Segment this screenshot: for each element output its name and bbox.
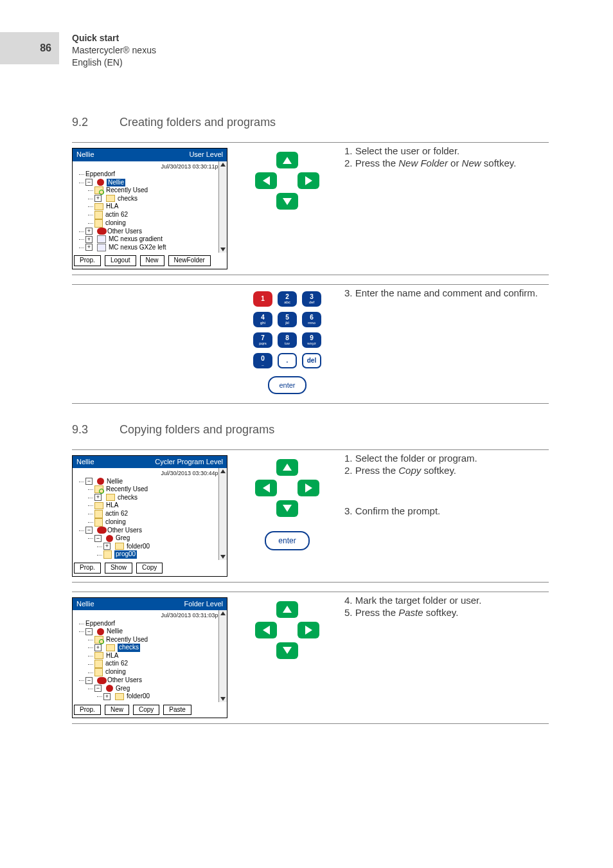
key-9[interactable]: 9wxyz [302, 332, 321, 348]
enter-button[interactable]: enter [265, 531, 310, 550]
expand-toggle[interactable]: + [85, 236, 93, 243]
s4-timestamp: Jul/30/2013 03:31:03pm [75, 612, 224, 619]
tree-item[interactable]: HLA [88, 502, 224, 510]
expand-toggle[interactable]: − [85, 478, 93, 485]
scrollbar[interactable] [218, 468, 227, 560]
s3-instr-2: 2. Press the Copy softkey. [344, 465, 549, 476]
expand-toggle[interactable]: + [103, 693, 111, 700]
tree-item[interactable]: cloning [88, 219, 224, 228]
nav-down-button[interactable] [276, 500, 298, 517]
expand-toggle[interactable]: − [85, 677, 93, 684]
tree-item[interactable]: +checks [88, 494, 224, 502]
expand-toggle[interactable]: + [94, 494, 102, 501]
dev-icon [97, 235, 106, 243]
expand-toggle[interactable]: − [85, 179, 93, 186]
softkey-copy[interactable]: Copy [133, 705, 159, 716]
users-icon [97, 677, 105, 684]
softkey-copy[interactable]: Copy [136, 563, 163, 574]
tree-item[interactable]: +checks [88, 195, 224, 203]
rec-icon [94, 485, 103, 493]
key-6[interactable]: 6mno [302, 312, 321, 327]
expand-toggle[interactable]: + [94, 195, 102, 202]
expand-toggle[interactable]: + [85, 244, 93, 251]
tree-item-label: folder00 [127, 692, 150, 701]
tree-item[interactable]: Recently Used [88, 485, 224, 494]
expand-toggle[interactable]: + [103, 543, 111, 550]
tree-item[interactable]: HLA [88, 652, 224, 660]
expand-toggle[interactable]: + [94, 644, 102, 651]
tree-item[interactable]: actin 62 [88, 211, 224, 219]
tree-item[interactable]: Recently Used [88, 186, 224, 195]
key-2[interactable]: 2abc [278, 291, 297, 307]
softkey-paste[interactable]: Paste [163, 705, 191, 716]
softkey-new[interactable]: New [105, 705, 129, 716]
tree-item[interactable]: +MC nexus GX2e left [79, 244, 224, 252]
nav-left-button[interactable] [255, 480, 277, 496]
user-icon [97, 179, 104, 186]
key-del[interactable]: del [302, 353, 321, 368]
user-icon [97, 628, 104, 635]
nav-right-button[interactable] [298, 172, 319, 189]
tree-item[interactable]: prog00 [97, 550, 224, 559]
key-7[interactable]: 7pqrs [253, 332, 272, 348]
softkey-new[interactable]: New [140, 255, 164, 266]
s3-instr-3: 3. Confirm the prompt. [344, 505, 549, 516]
doc-header: Quick start Mastercycler® nexus English … [72, 32, 156, 69]
key-8[interactable]: 8tuv [278, 332, 297, 348]
softkey-prop[interactable]: Prop. [74, 705, 101, 716]
tree-item[interactable]: −Greg [88, 685, 224, 693]
nav-left-button[interactable] [255, 622, 277, 638]
nav-up-button[interactable] [276, 601, 298, 618]
nav-up-button[interactable] [276, 152, 298, 168]
enter-button[interactable]: enter [268, 376, 306, 394]
fold-icon [94, 502, 103, 509]
tree-item[interactable]: +folder00 [97, 543, 224, 551]
tree-item-label: Recently Used [106, 485, 148, 494]
tree-item[interactable]: −Nellie [79, 179, 224, 187]
softkey-prop[interactable]: Prop. [74, 255, 101, 266]
tree-item[interactable]: −Greg [88, 534, 224, 543]
tree-item[interactable]: cloning [88, 518, 224, 527]
expand-toggle[interactable]: − [85, 527, 93, 534]
tree-item[interactable]: −Other Users [79, 527, 224, 535]
scrollbar[interactable] [218, 161, 227, 253]
key-3[interactable]: 3def [302, 291, 321, 307]
tree-item[interactable]: −Nellie [79, 478, 224, 486]
tree-item[interactable]: Eppendorf [79, 620, 224, 628]
key-.[interactable]: . [278, 353, 297, 368]
nav-right-button[interactable] [298, 480, 319, 496]
key-4[interactable]: 4ghi [253, 312, 272, 327]
expand-toggle[interactable]: − [94, 535, 102, 542]
dpad [255, 601, 319, 659]
nav-down-button[interactable] [276, 193, 298, 210]
tree-item[interactable]: +folder00 [97, 692, 224, 701]
expand-toggle[interactable]: − [85, 628, 93, 635]
nav-left-button[interactable] [255, 172, 277, 189]
tree-item[interactable]: Recently Used [88, 636, 224, 644]
tree-item[interactable]: +MC nexus gradient [79, 235, 224, 244]
tree-item[interactable]: HLA [88, 203, 224, 211]
tree-item[interactable]: cloning [88, 668, 224, 676]
tree-item[interactable]: +Other Users [79, 228, 224, 236]
tree-item[interactable]: −Nellie [79, 628, 224, 636]
scrollbar[interactable] [218, 610, 227, 701]
softkey-prop[interactable]: Prop. [74, 563, 101, 574]
tree-item-label: HLA [106, 203, 118, 211]
nav-up-button[interactable] [276, 459, 298, 476]
tree-item[interactable]: actin 62 [88, 660, 224, 668]
nav-right-button[interactable] [298, 622, 319, 638]
tree-item[interactable]: −Other Users [79, 676, 224, 685]
key-0[interactable]: 0_ [253, 353, 272, 368]
expand-toggle[interactable]: + [85, 228, 93, 235]
softkey-newfolder[interactable]: NewFolder [168, 255, 211, 266]
key-5[interactable]: 5jkl [278, 312, 297, 327]
tree-item-label: Greg [116, 534, 130, 543]
nav-down-button[interactable] [276, 642, 298, 659]
key-1[interactable]: 1 [253, 291, 272, 307]
expand-toggle[interactable]: − [94, 685, 102, 692]
tree-item[interactable]: actin 62 [88, 510, 224, 518]
softkey-show[interactable]: Show [105, 563, 132, 574]
tree-item[interactable]: +checks [88, 644, 224, 652]
tree-item[interactable]: Eppendorf [79, 170, 224, 179]
softkey-logout[interactable]: Logout [105, 255, 136, 266]
